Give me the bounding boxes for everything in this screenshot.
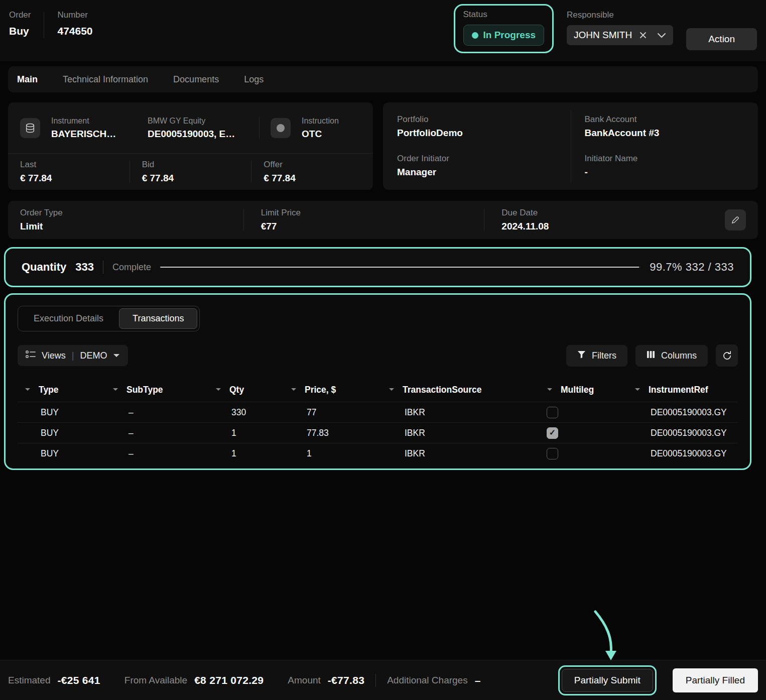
column-header-qty[interactable]: Qty: [208, 385, 284, 395]
transactions-table: Type SubType Qty Price, $ TransactionSou…: [18, 378, 738, 463]
refresh-button[interactable]: [716, 344, 738, 367]
instrument-card: Instrument BAYERISCH… BMW GY Equity DE00…: [8, 102, 373, 190]
partially-submit-button[interactable]: Partially Submit: [562, 669, 653, 692]
responsible-field: Responsible JOHN SMITH: [567, 10, 673, 45]
tab-documents[interactable]: Documents: [173, 74, 219, 85]
instrument-icon: [20, 118, 40, 138]
transactions-panel: Execution Details Transactions Views | D…: [4, 293, 751, 470]
from-available-value: €8 271 072.29: [194, 674, 264, 686]
status-value: In Progress: [483, 30, 536, 41]
equity-label: BMW GY Equity: [148, 116, 248, 126]
offer-label: Offer: [264, 160, 361, 170]
number-label: Number: [57, 10, 92, 20]
quantity-progress-bar: [160, 267, 641, 268]
due-date-value: 2024.11.08: [501, 221, 725, 232]
estimated-label: Estimated: [8, 675, 50, 686]
chevron-down-icon[interactable]: [657, 33, 666, 38]
initiator-name-value: -: [585, 167, 744, 178]
multileg-checkbox[interactable]: [547, 448, 558, 459]
column-header-instrumentref[interactable]: InstrumentRef: [627, 385, 738, 395]
column-header-type[interactable]: Type: [18, 385, 105, 395]
tab-main[interactable]: Main: [17, 74, 38, 85]
main-tabs: Main Technical Information Documents Log…: [8, 66, 758, 92]
order-initiator-label: Order Initiator: [397, 154, 557, 164]
views-select[interactable]: Views | DEMO: [18, 345, 128, 366]
action-button[interactable]: Action: [686, 28, 757, 50]
table-toolbar: Views | DEMO Filters Columns: [18, 344, 738, 367]
cell-price: 77: [284, 407, 381, 418]
instrument-value: BAYERISCH…: [51, 129, 137, 140]
number-value: 474650: [57, 25, 92, 37]
instruction-label: Instruction: [302, 116, 339, 126]
filters-button[interactable]: Filters: [566, 345, 627, 367]
cell-source: IBKR: [381, 448, 540, 459]
order-field: Order Buy: [9, 10, 31, 37]
table-body: BUY – 330 77 IBKR DE0005190003.GY BUY – …: [18, 402, 738, 463]
views-value: DEMO: [80, 351, 107, 361]
portfolio-value: PortfolioDemo: [397, 128, 557, 139]
order-type-label: Order Type: [20, 208, 243, 218]
quantity-value: 333: [75, 261, 94, 274]
offer-value: € 77.84: [264, 173, 361, 184]
tab-logs[interactable]: Logs: [244, 74, 264, 85]
limit-price-value: €77: [261, 221, 484, 232]
details-tabs: Execution Details Transactions: [18, 306, 200, 331]
views-icon: [26, 350, 36, 361]
table-header-row: Type SubType Qty Price, $ TransactionSou…: [18, 378, 738, 402]
amount-label: Amount: [288, 675, 320, 686]
cell-qty: 330: [208, 407, 284, 418]
cell-price: 1: [284, 448, 381, 459]
status-badge: In Progress: [463, 25, 545, 46]
amount-value: -€77.83: [328, 674, 364, 686]
order-initiator-value: Manager: [397, 167, 557, 178]
column-header-price[interactable]: Price, $: [284, 385, 381, 395]
multileg-checkbox[interactable]: [547, 427, 558, 439]
instrument-label: Instrument: [51, 116, 137, 126]
table-row[interactable]: BUY – 1 1 IBKR DE0005190003.GY: [18, 443, 738, 463]
columns-button[interactable]: Columns: [635, 345, 708, 367]
quantity-label: Quantity: [22, 261, 66, 274]
bank-account-label: Bank Account: [585, 114, 744, 125]
tab-technical-information[interactable]: Technical Information: [63, 74, 148, 85]
status-annotation-ring: Status In Progress: [454, 4, 554, 53]
partially-filled-button[interactable]: Partially Filled: [673, 668, 758, 692]
order-header: Order Buy Number 474650 Status In Progre…: [0, 0, 766, 61]
edit-button[interactable]: [725, 209, 746, 230]
responsible-select[interactable]: JOHN SMITH: [567, 25, 673, 45]
tab-execution-details[interactable]: Execution Details: [20, 308, 117, 329]
instruction-icon: [271, 118, 291, 138]
instruction-value: OTC: [302, 129, 339, 140]
order-label: Order: [9, 10, 31, 20]
due-date-label: Due Date: [501, 208, 725, 218]
table-row[interactable]: BUY – 330 77 IBKR DE0005190003.GY: [18, 402, 738, 422]
portfolio-label: Portfolio: [397, 114, 557, 125]
responsible-value: JOHN SMITH: [574, 30, 632, 41]
estimated-value: -€25 641: [57, 674, 100, 686]
cell-type: BUY: [18, 407, 105, 418]
cell-subtype: –: [105, 448, 208, 459]
quantity-progress-fill: [160, 267, 639, 268]
order-value: Buy: [9, 25, 31, 37]
cell-subtype: –: [105, 407, 208, 418]
clear-icon[interactable]: [639, 31, 647, 39]
column-header-multileg[interactable]: Multileg: [540, 385, 627, 395]
status-label: Status: [463, 10, 545, 20]
cell-instrument-ref: DE0005190003.GY: [627, 448, 738, 459]
cell-subtype: –: [105, 428, 208, 438]
table-row[interactable]: BUY – 1 77.83 IBKR DE0005190003.GY: [18, 422, 738, 443]
portfolio-card: Portfolio PortfolioDemo Bank Account Ban…: [383, 102, 758, 190]
additional-charges-value: –: [475, 674, 481, 686]
column-header-subtype[interactable]: SubType: [105, 385, 208, 395]
cell-price: 77.83: [284, 428, 381, 438]
quantity-section: Quantity 333 Complete 99.7% 332 / 333: [4, 247, 751, 287]
multileg-checkbox[interactable]: [547, 407, 558, 418]
order-type-value: Limit: [20, 221, 243, 232]
cell-type: BUY: [18, 428, 105, 438]
cell-type: BUY: [18, 448, 105, 459]
views-label: Views: [42, 351, 66, 361]
tab-transactions[interactable]: Transactions: [119, 308, 197, 329]
column-header-transactionsource[interactable]: TransactionSource: [381, 385, 540, 395]
equity-value: DE0005190003, E…: [148, 129, 248, 140]
chevron-down-icon: [113, 351, 120, 360]
last-value: € 77.84: [20, 173, 117, 184]
